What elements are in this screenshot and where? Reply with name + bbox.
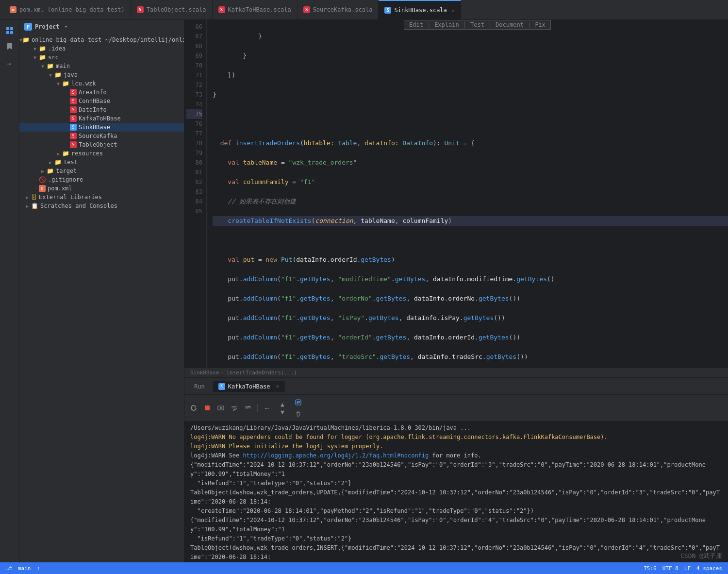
tree-item-idea[interactable]: ▼ 📁 .idea <box>19 44 184 53</box>
tree-area: ▼ 📁 online-big-data-test ~/Desktop/intel… <box>19 34 184 562</box>
tab-sourcekafka[interactable]: S SourceKafka.scala <box>298 0 379 19</box>
breadcrumb-sink[interactable]: SinkHBase <box>190 370 219 376</box>
tree-item-test[interactable]: ▶ 📁 test <box>19 158 184 167</box>
tree-label: online-big-data-test ~/Desktop/intellij/… <box>32 36 184 43</box>
tree-arrow: ▶ <box>47 160 54 165</box>
hint-document[interactable]: Document <box>496 21 524 28</box>
tree-item-src[interactable]: ▼ 📁 src <box>19 53 184 62</box>
tree-item-areainfo[interactable]: S AreaInfo <box>19 88 184 97</box>
breadcrumb-sep: › <box>221 370 225 376</box>
tree-label: KafkaToHBase <box>79 115 121 122</box>
hint-edit[interactable]: Edit <box>409 21 423 28</box>
panel-tab-close[interactable]: ✕ <box>276 383 279 389</box>
project-dropdown-icon[interactable] <box>64 24 68 29</box>
folder-icon: 📁 <box>62 80 69 87</box>
tree-item-tableobject[interactable]: S TableObject <box>19 140 184 149</box>
code-line-77: val put = new Put(dataInfo.orderId.getBy… <box>213 255 728 265</box>
tree-item-java[interactable]: ▼ 📁 java <box>19 70 184 79</box>
indent-label[interactable]: 4 spaces <box>696 565 722 572</box>
tab-bar: m pom.xml (online-big-data-test) S Table… <box>0 0 728 20</box>
folder-icon: 📁 <box>22 36 30 43</box>
tree-item-sinkhbase[interactable]: S SinkHBase <box>19 123 184 132</box>
bookmarks-icon[interactable] <box>3 39 17 53</box>
encoding-label[interactable]: UTF-8 <box>662 565 678 572</box>
tab-tableobject-label: TableObject.scala <box>147 6 206 13</box>
hint-fix[interactable]: Fix <box>535 21 546 28</box>
code-line-68: }) <box>213 70 728 80</box>
tree-label: DataInfo <box>79 106 107 113</box>
rerun-button[interactable] <box>188 403 199 413</box>
log4j-link[interactable]: http://logging.apache.org/log4j/1.2/faq.… <box>243 452 429 459</box>
tree-item-sourcekafka[interactable]: S SourceKafka <box>19 132 184 140</box>
tree-item-main[interactable]: ▼ 📁 main <box>19 62 184 70</box>
tree-item-pomxml[interactable]: m pom.xml <box>19 184 184 193</box>
output-line-10: TableObject(dwshow,wzk_trade_orders,INSE… <box>190 543 722 562</box>
output-line-2: log4j:WARN Please initialize the log4j s… <box>190 442 722 451</box>
git-push-icon[interactable]: ↑ <box>37 565 40 572</box>
tree-label: SinkHBase <box>79 124 110 131</box>
tree-label: External Libraries <box>39 194 102 201</box>
hint-explain[interactable]: Explain <box>434 21 459 28</box>
scroll-up-button[interactable]: ▲ <box>277 400 288 408</box>
folder-icon: 📁 <box>47 63 54 69</box>
tab-tableobject[interactable]: S TableObject.scala <box>131 0 213 19</box>
code-line-76 <box>213 236 728 245</box>
tab-kafka[interactable]: K KafkaToHBase ✕ <box>213 381 285 392</box>
folder-icon: 🗄 <box>31 194 37 201</box>
line-numbers: 66 67 68 69 70 71 72 73 74 75 76 77 78 7… <box>184 20 207 368</box>
tree-item-connhbase[interactable]: S ConnHBase <box>19 97 184 105</box>
stop-button[interactable] <box>202 403 213 413</box>
more-options-button[interactable]: ⋯ <box>262 403 272 413</box>
tree-label: test <box>64 159 78 166</box>
trash-icon[interactable] <box>293 408 303 419</box>
tree-item-external-libs[interactable]: ▶ 🗄 External Libraries <box>19 193 184 202</box>
tab-run[interactable]: Run <box>188 381 211 392</box>
tab-kafkatohbase[interactable]: S KafkaToHBase.scala <box>213 0 298 19</box>
log-icon[interactable] <box>293 397 303 407</box>
more-icon[interactable]: ⋯ <box>3 57 17 70</box>
bottom-panel: Run K KafkaToHBase ✕ <box>184 378 728 562</box>
tree-item-kafkatohbase[interactable]: S KafkaToHBase <box>19 114 184 123</box>
filter-button[interactable] <box>243 403 253 413</box>
folder-icon: 📁 <box>39 54 46 61</box>
tab-sinkhbase-close[interactable]: ✕ <box>452 8 455 13</box>
wrap-button[interactable] <box>229 403 240 413</box>
tree-item-resources[interactable]: ▶ 📁 resources <box>19 149 184 158</box>
tree-item-root[interactable]: ▼ 📁 online-big-data-test ~/Desktop/intel… <box>19 35 184 44</box>
code-content[interactable]: } } }) } def insertTradeOrders(hbTable: … <box>207 20 728 368</box>
tab-sinkhbase[interactable]: S SinkHBase.scala ✕ <box>379 0 461 19</box>
tree-item-target[interactable]: ▶ 📁 target <box>19 167 184 175</box>
editor-area: Edit | Explain | Test | Document | Fix 6… <box>184 20 728 562</box>
tree-item-lcuwzk[interactable]: ▼ 📁 lcu.wzk <box>19 79 184 88</box>
sidebar-item-scratches[interactable]: ▶ 📋 Scratches and Consoles <box>19 202 184 210</box>
tree-label: target <box>56 168 77 174</box>
scroll-down-button[interactable]: ▼ <box>277 408 288 416</box>
folder-icon: 📁 <box>54 159 62 166</box>
project-view-icon[interactable] <box>3 24 17 37</box>
tab-kafkatohbase-label: KafkaToHBase.scala <box>228 6 291 13</box>
git-branch-label[interactable]: main <box>18 565 31 572</box>
sidebar: P Project ▼ 📁 online-big-data-test ~/Des… <box>19 20 184 562</box>
svg-rect-4 <box>205 405 210 410</box>
screenshot-button[interactable] <box>215 403 226 413</box>
tree-item-datainfo[interactable]: S DataInfo <box>19 105 184 114</box>
tree-label: .idea <box>48 45 66 52</box>
tree-label: AreaInfo <box>79 89 107 96</box>
panel-output[interactable]: /Users/wuzikang/Library/Java/JavaVirtual… <box>184 422 728 562</box>
gitignore-icon: 🚫 <box>39 176 46 183</box>
tab-kafka-label: KafkaToHBase <box>228 383 270 390</box>
line-sep-label[interactable]: LF <box>684 565 691 572</box>
scala-file-icon: S <box>70 106 77 113</box>
tree-arrow: ▼ <box>39 64 47 69</box>
tree-arrow: ▶ <box>54 151 62 156</box>
scala-icon-2: S <box>218 6 225 13</box>
hint-test[interactable]: Test <box>470 21 484 28</box>
line-col-label[interactable]: 75:6 <box>644 565 657 572</box>
output-line-7: "createTime":"2020-06-28 18:14:01","payM… <box>190 506 722 516</box>
scala-icon-3: S <box>303 6 310 13</box>
code-editor: Edit | Explain | Test | Document | Fix 6… <box>184 20 728 378</box>
tree-item-gitignore[interactable]: 🚫 .gitignore <box>19 175 184 184</box>
tab-pom[interactable]: m pom.xml (online-big-data-test) <box>4 0 131 19</box>
svg-rect-1 <box>10 27 13 30</box>
breadcrumb-method[interactable]: insertTradeOrders(...) <box>226 370 297 376</box>
